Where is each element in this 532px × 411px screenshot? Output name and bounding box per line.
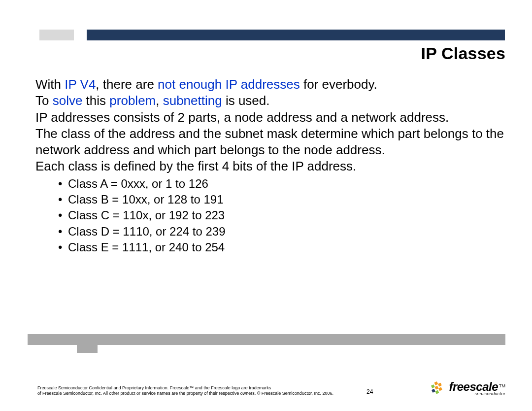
text: for everbody. <box>300 77 377 92</box>
text: , <box>156 93 163 108</box>
highlight-problem: problem <box>109 93 156 108</box>
highlight-not-enough: not enough IP addresses <box>158 77 300 92</box>
bottom-bar <box>28 334 505 345</box>
bottom-bar-notch <box>77 345 98 352</box>
svg-rect-2 <box>431 384 435 388</box>
freescale-logo-mark-icon <box>428 379 446 397</box>
slide-body: With IP V4, there are not enough IP addr… <box>35 76 505 256</box>
text: is used. <box>222 93 270 108</box>
svg-rect-1 <box>438 383 442 387</box>
list-item: Class C = 110x, or 192 to 223 <box>68 207 505 223</box>
freescale-logo-text: freescaleTM semiconductor <box>449 381 505 396</box>
list-item: Class E = 1111, or 240 to 254 <box>68 240 505 255</box>
footnote: Freescale Semiconductor Confidential and… <box>37 385 333 397</box>
top-bar-grey <box>39 30 74 40</box>
text: , there are <box>96 77 158 92</box>
text: this <box>82 93 109 108</box>
svg-rect-0 <box>434 381 438 385</box>
svg-rect-6 <box>435 390 439 394</box>
body-line-2: To solve this problem, subnetting is use… <box>35 93 505 109</box>
footnote-line-1: Freescale Semiconductor Confidential and… <box>37 385 333 391</box>
body-line-4: The class of the address and the subnet … <box>35 126 505 159</box>
highlight-ipv4: IP V4 <box>65 77 96 92</box>
text: To <box>35 93 53 108</box>
footnote-line-2: of Freescale Semiconductor, Inc. All oth… <box>37 391 333 396</box>
svg-rect-5 <box>432 389 435 393</box>
slide-title: IP Classes <box>421 44 505 63</box>
highlight-solve: solve <box>53 93 83 108</box>
body-line-1: With IP V4, there are not enough IP addr… <box>35 76 505 93</box>
logo-tm: TM <box>499 383 505 388</box>
svg-rect-3 <box>435 386 439 390</box>
top-bar-navy <box>87 30 505 40</box>
svg-rect-4 <box>438 387 442 391</box>
page-number: 24 <box>366 388 373 395</box>
body-line-3: IP addresses consists of 2 parts, a node… <box>35 109 505 126</box>
list-item: Class B = 10xx, or 128 to 191 <box>68 192 505 207</box>
text: With <box>35 77 65 92</box>
class-list: Class A = 0xxx, or 1 to 126 Class B = 10… <box>55 176 505 256</box>
highlight-subnetting: subnetting <box>163 93 222 108</box>
list-item: Class A = 0xxx, or 1 to 126 <box>68 176 505 192</box>
list-item: Class D = 1110, or 224 to 239 <box>68 224 505 240</box>
slide: IP Classes With IP V4, there are not eno… <box>0 0 532 411</box>
body-line-5: Each class is defined by the first 4 bit… <box>35 158 505 174</box>
freescale-logo: freescaleTM semiconductor <box>428 379 505 397</box>
